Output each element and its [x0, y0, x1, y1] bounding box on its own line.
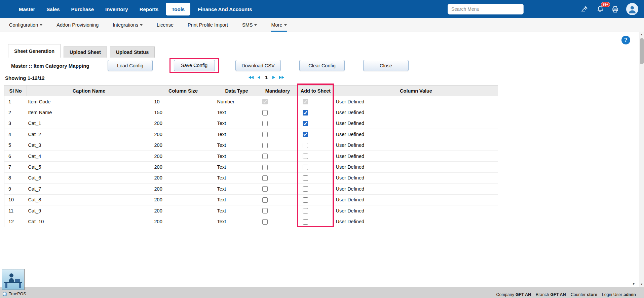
subnav-integrations[interactable]: Integrations [113, 18, 143, 32]
add-to-sheet-checkbox[interactable] [303, 143, 308, 148]
cell-mandatory [258, 96, 297, 107]
save-config-button[interactable]: Save Config [174, 60, 215, 71]
vertical-scrollbar[interactable]: ▲ ▼ [639, 32, 644, 287]
add-to-sheet-checkbox[interactable] [303, 121, 308, 126]
subnav-license[interactable]: License [157, 18, 174, 32]
mandatory-checkbox[interactable] [262, 165, 268, 170]
cell-caption: Cat_5 [27, 162, 151, 172]
add-to-sheet-checkbox[interactable] [303, 186, 308, 192]
col-header-data-type: Data Type [215, 86, 258, 96]
cell-value: User Defined [334, 194, 498, 205]
tab-upload-sheet[interactable]: Upload Sheet [64, 46, 107, 58]
nav-tools[interactable]: Tools [166, 3, 190, 15]
col-header-column-value: Column Value [334, 86, 498, 96]
cell-add [297, 172, 334, 183]
gavel-icon[interactable] [581, 5, 588, 14]
mandatory-checkbox[interactable] [262, 219, 268, 225]
subnav-configuration[interactable]: Configuration [9, 18, 42, 32]
nav-master[interactable]: Master [13, 0, 41, 18]
cell-size: 200 [151, 140, 215, 151]
table-body: 1Item Code10NumberUser Defined2Item Name… [4, 96, 498, 227]
mandatory-checkbox[interactable] [262, 197, 268, 203]
subnav-addon-provisioning[interactable]: Addon Provisioning [56, 18, 99, 32]
nav-inventory[interactable]: Inventory [100, 0, 134, 18]
close-button[interactable]: Close [363, 60, 409, 71]
scroll-down-arrow[interactable]: ▼ [639, 283, 644, 286]
search-input[interactable] [448, 4, 524, 14]
cell-mandatory [258, 107, 297, 118]
add-to-sheet-checkbox[interactable] [303, 175, 308, 181]
top-navigation-bar: Master Sales Purchase Inventory Reports … [0, 0, 644, 18]
table-row: 10Cat_8200TextUser Defined [4, 194, 498, 205]
notifications-bell-icon[interactable]: 99+ [597, 5, 605, 14]
cell-value: User Defined [334, 172, 498, 183]
table-row: 6Cat_4200TextUser Defined [4, 151, 498, 161]
pagination-next-button[interactable] [272, 75, 275, 79]
mandatory-checkbox[interactable] [262, 110, 268, 115]
nav-reports[interactable]: Reports [134, 0, 164, 18]
add-to-sheet-checkbox[interactable] [303, 132, 308, 137]
mandatory-checkbox[interactable] [262, 175, 268, 181]
cell-size: 200 [151, 184, 215, 194]
cell-add [297, 194, 334, 205]
subnav-more[interactable]: More [271, 18, 287, 32]
scroll-up-arrow[interactable]: ▲ [639, 33, 644, 36]
load-config-button[interactable]: Load Config [108, 60, 153, 71]
nav-purchase[interactable]: Purchase [66, 0, 100, 18]
user-avatar[interactable] [626, 3, 638, 15]
help-button[interactable]: ? [621, 36, 630, 44]
cell-size: 200 [151, 162, 215, 172]
cell-type: Text [215, 151, 258, 161]
add-to-sheet-checkbox[interactable] [303, 197, 308, 203]
mandatory-checkbox[interactable] [262, 132, 268, 137]
mandatory-checkbox[interactable] [262, 154, 268, 159]
main-menu: Master Sales Purchase Inventory Reports … [13, 0, 258, 18]
cell-caption: Cat_6 [27, 172, 151, 183]
cell-sl: 2 [4, 107, 27, 118]
status-company-label: Company [496, 292, 514, 297]
truepos-brand: TruePOS [3, 292, 26, 296]
mandatory-checkbox[interactable] [262, 143, 268, 148]
add-to-sheet-checkbox[interactable] [303, 165, 308, 170]
cell-caption: Item Name [27, 107, 151, 118]
mandatory-checkbox[interactable] [262, 186, 268, 192]
tab-sheet-generation[interactable]: Sheet Generation [8, 44, 61, 58]
scrollbar-thumb[interactable] [640, 38, 644, 64]
subnav-sms-label: SMS [242, 22, 253, 28]
cell-type: Text [215, 140, 258, 151]
pagination-last-button[interactable] [279, 75, 285, 79]
printer-icon[interactable] [611, 6, 619, 14]
page-number[interactable]: 1 [265, 74, 268, 80]
mandatory-checkbox[interactable] [262, 121, 268, 126]
subnav-configuration-label: Configuration [9, 22, 38, 28]
add-to-sheet-checkbox[interactable] [303, 154, 308, 159]
tab-upload-status[interactable]: Upload Status [110, 46, 155, 58]
download-csv-button[interactable]: Download CSV [235, 60, 281, 71]
nav-sales[interactable]: Sales [41, 0, 65, 18]
cell-caption: Cat_9 [27, 205, 151, 216]
cell-add [297, 184, 334, 194]
status-branch: BranchGFT AN [536, 292, 566, 297]
cell-sl: 11 [4, 205, 27, 216]
cell-type: Text [215, 184, 258, 194]
subnav-sms[interactable]: SMS [242, 18, 257, 32]
horizontal-scroll-right-arrow[interactable]: ▶ [633, 282, 635, 285]
table-row: 9Cat_7200TextUser Defined [4, 184, 498, 194]
add-to-sheet-checkbox[interactable] [303, 219, 308, 225]
pagination-first-button[interactable] [248, 75, 254, 79]
cell-mandatory [258, 184, 297, 194]
add-to-sheet-checkbox[interactable] [303, 110, 308, 115]
cell-value: User Defined [334, 140, 498, 151]
add-to-sheet-checkbox[interactable] [303, 208, 308, 213]
pagination-prev-button[interactable] [257, 75, 261, 79]
cell-type: Text [215, 129, 258, 140]
cell-mandatory [258, 118, 297, 129]
truepos-brand-label: TruePOS [9, 292, 26, 296]
table-row: 3Cat_1200TextUser Defined [4, 118, 498, 129]
clear-config-button[interactable]: Clear Config [299, 60, 345, 71]
subnav-print-profile-import[interactable]: Print Profile Import [188, 18, 228, 32]
mandatory-checkbox[interactable] [262, 208, 268, 213]
cell-value: User Defined [334, 205, 498, 216]
nav-finance-and-accounts[interactable]: Finance And Accounts [192, 0, 258, 18]
cell-add [297, 107, 334, 118]
